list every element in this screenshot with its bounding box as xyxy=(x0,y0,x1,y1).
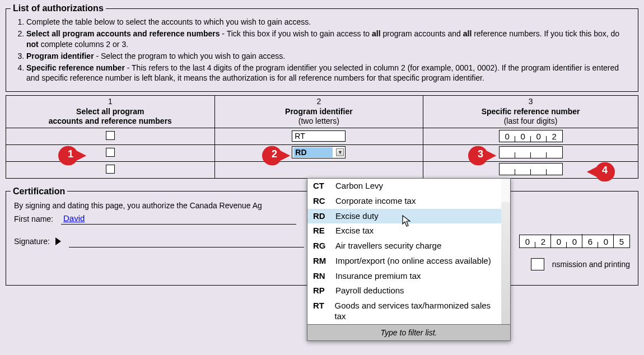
dropdown-item-label: Excise duty xyxy=(335,211,379,222)
instruction-1: Complete the table below to select the a… xyxy=(26,17,633,27)
authorizations-fieldset: List of authorizations Complete the tabl… xyxy=(6,3,638,92)
dropdown-item-code: RT xyxy=(313,301,328,311)
dropdown-item-code: RG xyxy=(313,241,329,251)
dropdown-item-code: RN xyxy=(313,271,329,282)
reference-number-input[interactable]: 0 0 0 2 xyxy=(499,130,563,142)
reference-number-input[interactable] xyxy=(499,163,563,175)
instruction-3: Program identifier - Select the program … xyxy=(26,51,633,62)
col2-header: 2 Program identifier (two letters) xyxy=(214,96,423,128)
select-all-checkbox[interactable] xyxy=(106,148,115,157)
dropdown-item-label: Air travellers security charge xyxy=(335,241,441,251)
dropdown-item-code: RP xyxy=(313,286,329,296)
dropdown-item-label: Import/export (no online access availabl… xyxy=(335,256,491,267)
scrollbar[interactable] xyxy=(501,180,510,202)
dropdown-item-label: Excise tax xyxy=(335,226,374,236)
certification-legend: Certification xyxy=(11,186,67,197)
table-row xyxy=(6,161,638,178)
date-field[interactable]: 0 2 0 0 6 0 5 xyxy=(519,235,630,248)
dropdown-item-rp[interactable]: RPPayroll deductions xyxy=(307,283,501,298)
dropdown-item-rn[interactable]: RNInsurance premium tax xyxy=(307,269,501,284)
dropdown-item-rm[interactable]: RMImport/export (no online access availa… xyxy=(307,254,501,269)
authorizations-legend: List of authorizations xyxy=(11,3,106,13)
program-identifier-input[interactable]: RT xyxy=(292,130,346,142)
select-all-checkbox[interactable] xyxy=(106,131,115,140)
dropdown-item-code: RE xyxy=(313,226,329,236)
dropdown-item-code: RM xyxy=(313,256,329,267)
col1-header: 1 Select all program accounts and refere… xyxy=(6,96,215,128)
signature-field[interactable] xyxy=(69,235,304,247)
accounts-table: 1 Select all program accounts and refere… xyxy=(6,95,638,179)
instruction-list: Complete the table below to select the a… xyxy=(26,17,633,83)
reference-number-input[interactable] xyxy=(499,146,563,158)
first-name-label: First name: xyxy=(14,214,53,223)
dropdown-item-code: RC xyxy=(313,196,329,207)
dropdown-item-code: RD xyxy=(313,211,329,222)
transmission-tail-text: nsmission and printing xyxy=(552,260,630,269)
chevron-down-icon[interactable]: ▼ xyxy=(336,148,344,156)
dropdown-item-code: CT xyxy=(313,181,329,191)
dropdown-item-rd[interactable]: RDExcise duty xyxy=(307,209,501,224)
table-row: RT 0 0 0 2 xyxy=(6,128,638,144)
dropdown-item-label: Payroll deductions xyxy=(335,286,404,296)
instruction-2: Select all program accounts and referenc… xyxy=(26,29,633,50)
dropdown-item-rt[interactable]: RTGoods and services tax/harmonized sale… xyxy=(307,298,501,324)
dropdown-item-rc[interactable]: RCCorporate income tax xyxy=(307,194,501,209)
dropdown-item-label: Goods and services tax/harmonized sales … xyxy=(335,301,496,322)
program-identifier-dropdown[interactable]: CTCarbon LevyRCCorporate income taxRDExc… xyxy=(307,178,511,341)
dropdown-item-label: Insurance premium tax xyxy=(335,271,421,282)
program-identifier-combobox[interactable]: RD ▼ xyxy=(292,146,346,158)
transmission-option-box[interactable] xyxy=(531,258,544,270)
dropdown-item-label: Carbon Levy xyxy=(335,181,383,191)
dropdown-item-ct[interactable]: CTCarbon Levy xyxy=(307,179,501,194)
signature-label: Signature: xyxy=(14,237,50,246)
dropdown-item-label: Corporate income tax xyxy=(335,196,416,207)
instruction-4: Specific reference number - This refers … xyxy=(26,63,633,84)
table-row: RD ▼ xyxy=(6,144,638,161)
col3-header: 3 Specific reference number (last four d… xyxy=(423,96,638,128)
dropdown-filter-hint: Type to filter list. xyxy=(307,324,510,340)
program-identifier-input[interactable] xyxy=(292,164,346,175)
play-icon xyxy=(55,237,61,245)
dropdown-item-re[interactable]: REExcise tax xyxy=(307,223,501,239)
first-name-field[interactable]: David xyxy=(61,213,296,225)
select-all-checkbox[interactable] xyxy=(106,165,115,174)
combobox-selected-value: RD xyxy=(293,147,333,157)
dropdown-item-rg[interactable]: RGAir travellers security charge xyxy=(307,239,501,254)
